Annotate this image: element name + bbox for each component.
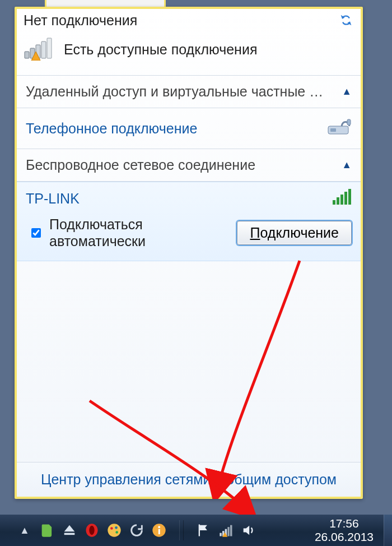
flyout-spacer [17,261,361,462]
svg-point-19 [115,526,118,529]
taskbar-clock[interactable]: 17:56 26.06.2013 [315,517,374,544]
section-wireless-label: Беспроводное сетевое соединение [26,157,255,173]
flyout-footer: Центр управления сетями и общим доступом [17,462,361,497]
chevron-up-icon: ▲ [342,159,352,171]
wifi-network-selected[interactable]: TP-LINK Подключаться автом [17,182,361,261]
auto-connect-label: Подключаться автоматически [49,216,146,249]
show-desktop-button[interactable] [384,515,392,546]
flyout-title: Нет подключения [24,12,137,29]
sync-icon[interactable] [129,522,144,538]
flag-icon[interactable] [196,522,212,538]
dialup-label: Телефонное подключение [26,121,197,137]
clock-time: 17:56 [315,517,374,530]
svg-rect-11 [340,195,343,205]
svg-point-18 [110,527,113,530]
info-icon[interactable] [151,522,167,538]
auto-connect-checkbox-wrap[interactable]: Подключаться автоматически [29,216,146,249]
svg-rect-0 [25,52,29,58]
section-vpn[interactable]: Удаленный доступ и виртуальные частные с… [17,76,361,108]
refresh-icon[interactable] [338,12,354,30]
svg-rect-3 [41,41,46,58]
svg-point-20 [115,531,118,534]
svg-rect-7 [330,128,336,132]
svg-rect-12 [344,192,347,205]
svg-rect-14 [64,533,75,535]
svg-rect-8 [347,119,351,125]
connect-button[interactable]: Подключение [237,221,352,245]
section-vpn-label: Удаленный доступ и виртуальные частные с… [26,84,328,100]
tray-icons: ▲ [17,520,256,540]
signal-bars-alert-icon [24,36,55,63]
volume-icon[interactable] [241,522,256,538]
svg-point-17 [108,524,120,536]
svg-rect-4 [47,38,52,58]
signal-strength-icon [333,189,352,208]
svg-rect-28 [230,525,232,536]
tray-up-icon[interactable]: ▲ [17,522,32,538]
auto-connect-checkbox[interactable] [31,228,41,238]
eject-icon[interactable] [62,522,77,538]
modem-icon [326,116,352,141]
tray-separator [179,520,184,540]
svg-point-23 [158,526,160,528]
wifi-ssid: TP-LINK [26,191,80,207]
network-tray-icon[interactable] [218,522,234,538]
svg-rect-22 [158,529,160,534]
dialup-item[interactable]: Телефонное подключение [17,108,361,149]
svg-point-16 [89,526,94,535]
network-flyout: Нет подключения Есть доступные подключен… [15,7,363,499]
chevron-up-icon: ▲ [342,86,352,98]
svg-rect-13 [348,189,351,205]
available-text: Есть доступные подключения [64,41,257,58]
svg-rect-9 [333,200,335,205]
available-row: Есть доступные подключения [17,30,361,76]
network-center-link[interactable]: Центр управления сетями и общим доступом [41,471,337,487]
taskbar: ▲ 17:56 26.06.2013 [0,515,392,546]
clock-date: 26.06.2013 [315,530,374,544]
svg-rect-24 [220,533,222,536]
palette-icon[interactable] [106,522,122,538]
opera-icon[interactable] [84,522,100,538]
evernote-icon[interactable] [39,522,55,538]
section-wireless[interactable]: Беспроводное сетевое соединение ▲ [17,149,361,182]
svg-rect-10 [337,197,339,205]
svg-rect-27 [227,527,230,536]
